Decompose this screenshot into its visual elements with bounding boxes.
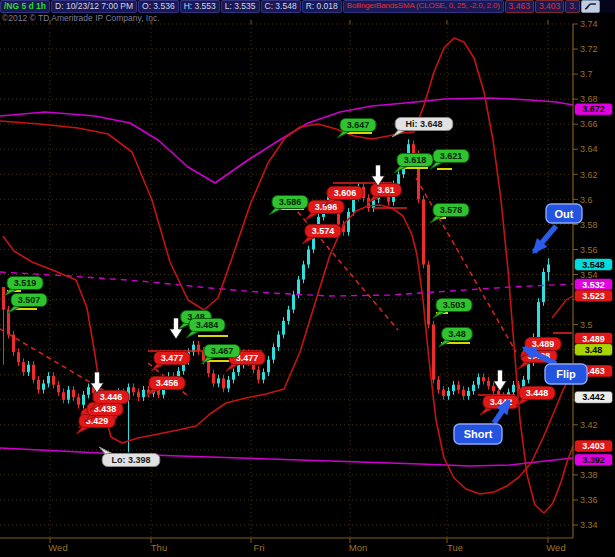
candle-body (12, 335, 15, 353)
axis-price-label: 3.523 (575, 290, 613, 302)
candle-body (47, 376, 50, 384)
candle-body (57, 385, 60, 393)
range-cell: R: 0.018 (302, 0, 342, 13)
candle-body (512, 385, 515, 393)
candle-body (452, 385, 455, 391)
candle-body (442, 390, 445, 396)
price-tick-label: 3.56 (580, 245, 598, 255)
bubble-text: 3.489 (532, 339, 555, 349)
day-label: Wed (48, 542, 67, 553)
candle-body (422, 199, 425, 264)
price-tick-label: 3.64 (580, 144, 598, 154)
candle-body (212, 373, 215, 383)
axis-price-label: 3.48 (575, 344, 613, 356)
chart-canvas[interactable]: 3.4343.4293.4383.4463.4563.4773.4773.483… (0, 0, 615, 557)
price-bubble: 3.503 (433, 299, 472, 319)
price-bubble: 3.448 (516, 387, 555, 407)
callout-label: Flip (556, 368, 576, 380)
axis-label-text: 3.442 (582, 392, 605, 402)
red-trendline-3[interactable] (286, 198, 398, 330)
price-tick-label: 3.5 (580, 320, 593, 330)
bubble-text: 3.586 (279, 197, 302, 207)
white-down-arrow-icon[interactable] (494, 370, 507, 391)
day-label: Fri (253, 542, 264, 553)
price-bubble: 3.574 (302, 225, 341, 245)
candle-body (197, 345, 200, 351)
candle-body (72, 390, 75, 398)
candle-body (207, 361, 210, 374)
candle-body (437, 380, 440, 390)
candle-body (87, 387, 90, 395)
copyright-text: ©2012 © TD Ameritrade IP Company, Inc. (2, 13, 160, 23)
study-value-1: 3.463 (505, 0, 534, 13)
symbol-cell[interactable]: /NG 5 d 1h (0, 0, 50, 13)
candle-body (52, 376, 55, 385)
level-segments (7, 133, 572, 395)
candle-body (297, 280, 300, 295)
day-label: Mon (349, 542, 367, 553)
price-tick-label: 3.34 (580, 520, 598, 530)
candle-body (542, 272, 545, 302)
price-bubble: 3.61 (368, 184, 402, 204)
bubble-text: 3.503 (443, 300, 466, 310)
price-bubble: 3.507 (8, 294, 47, 314)
candle-body (547, 264, 550, 272)
bubble-text: 3.578 (440, 205, 463, 215)
candle-body (287, 310, 290, 321)
candle-body (412, 144, 415, 154)
gridlines (0, 24, 573, 538)
candle-body (302, 264, 305, 279)
candle-body (142, 390, 145, 398)
magenta-mid-sma (0, 272, 573, 296)
axis-price-label: 3.672 (575, 103, 613, 115)
chart-style-icon (584, 2, 597, 11)
red-tail (552, 296, 573, 318)
candle-body (62, 392, 65, 400)
price-tick-label: 3.62 (580, 170, 598, 180)
axis-label-text: 3.548 (582, 260, 605, 270)
candle-body (462, 390, 465, 396)
bubble-text: 3.618 (404, 155, 427, 165)
day-label: Tue (447, 542, 463, 553)
bubble-text: 3.574 (312, 226, 335, 236)
candle-body (42, 383, 45, 389)
price-bubble: 3.48 (439, 328, 473, 348)
price-tick-label: 3.36 (580, 495, 598, 505)
date-cell: D: 10/23/12 7:00 PM (51, 0, 137, 13)
candle-body (477, 377, 480, 385)
axis-label-text: 3.672 (582, 104, 605, 114)
candle-body (82, 395, 85, 405)
low-cell: L: 3.535 (221, 0, 260, 13)
price-bubble: 3.456 (146, 377, 185, 397)
callout-out[interactable]: Out (534, 204, 582, 252)
candle-body (427, 264, 430, 324)
candle-body (132, 387, 135, 392)
bubble-text: 3.446 (100, 392, 123, 402)
bubble-text: Hi: 3.648 (405, 119, 442, 129)
price-bubble: 3.618 (394, 154, 433, 174)
chart-header-bar: /NG 5 d 1h D: 10/23/12 7:00 PM O: 3.536 … (0, 0, 615, 13)
candle-body (232, 372, 235, 380)
candle-body (267, 360, 270, 373)
candle-body (137, 392, 140, 397)
price-tick-label: 3.42 (580, 420, 598, 430)
candle-body (227, 380, 230, 389)
axis-price-label: 3.548 (575, 258, 613, 270)
bubble-text: 3.519 (14, 278, 37, 288)
candle-body (347, 212, 350, 232)
candle-body (457, 385, 460, 390)
axis-price-label: 3.532 (575, 279, 613, 291)
day-label: Wed (546, 542, 565, 553)
candle-body (2, 287, 5, 310)
chart-style-button[interactable] (581, 0, 600, 13)
axis-label-text: 3.403 (582, 441, 605, 451)
candle-body (257, 370, 260, 380)
axis-price-labels: 3.6723.5483.5323.5233.4893.483.4633.4423… (575, 103, 613, 466)
callout-arrow-icon (534, 226, 556, 252)
price-tick-label: 3.54 (580, 270, 598, 280)
candle-body (432, 325, 435, 380)
price-tick-label: 3.7 (580, 69, 593, 79)
price-tick-label: 3.68 (580, 94, 598, 104)
price-tick-label: 3.66 (580, 119, 598, 129)
study-label[interactable]: BollingerBandsSMA (CLOSE, 0, 25, -2.0, 2… (343, 0, 504, 13)
